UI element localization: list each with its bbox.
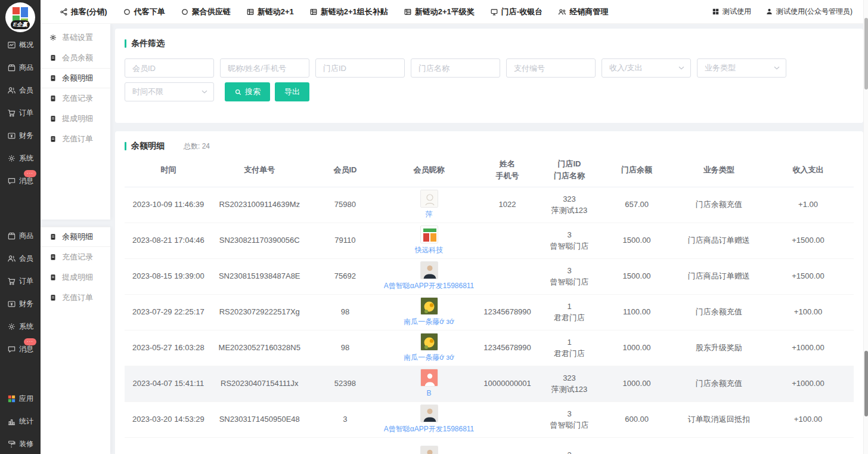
sidebar-item-apps[interactable]: 应用: [0, 387, 41, 410]
sidebar-item-label: 订单: [19, 108, 33, 118]
select-placeholder: 时间不限: [132, 87, 163, 97]
store-id-input[interactable]: [315, 58, 405, 78]
sidebar-item-member[interactable]: 会员: [0, 79, 41, 101]
sidebar-item-decorate[interactable]: 装修: [0, 433, 41, 454]
submenu-item-basic-settings[interactable]: 基础设置: [41, 27, 110, 48]
nav-proxy-order[interactable]: 代客下单: [123, 7, 165, 17]
member-nickname-link[interactable]: A曾智聪αAPP开发15986811: [384, 280, 474, 291]
clipboard-icon: [49, 233, 57, 241]
sidebar-item-system[interactable]: 系统: [0, 315, 41, 338]
col-balance: 门店余额: [599, 154, 675, 187]
cell-phone: [475, 223, 540, 258]
table-row[interactable]: 2023-03-20 14:53:29 SN2303171450950E48 3…: [125, 402, 854, 437]
member-avatar: [420, 226, 438, 243]
member-nickname-link[interactable]: 南瓜一条藤ớ ɜớ: [404, 316, 454, 327]
nav-dealer-management[interactable]: 经销商管理: [558, 7, 608, 17]
cell-time: 2023-07-29 22:25:17: [125, 294, 212, 330]
table-row[interactable]: 2023-10-09 11:46:39 RS20231009114639Mz 7…: [125, 187, 854, 223]
nav-chain-2plus1[interactable]: 新链动2+1: [246, 7, 294, 17]
balance-table: 时间 支付单号 会员ID 会员昵称 姓名手机号 门店ID门店名称 门店余额 业务…: [125, 154, 854, 454]
search-button[interactable]: 搜索: [225, 82, 270, 101]
cell-balance: 1500.00: [599, 223, 675, 258]
time-range-select[interactable]: 时间不限: [125, 82, 214, 101]
table-row[interactable]: 2023-05-27 16:03:28 ME20230527160328N5 9…: [125, 330, 854, 366]
clipboard-icon: [49, 74, 57, 82]
nickname-input[interactable]: [220, 58, 309, 78]
sidebar-item-stats[interactable]: 统计: [0, 410, 41, 433]
submenu-label: 充值订单: [62, 292, 93, 303]
nav-chain-leader-subsidy[interactable]: 新链动2+1组长补贴: [309, 7, 388, 17]
member-avatar: [420, 190, 438, 208]
chevron-down-icon: [774, 66, 780, 70]
nav-store-cashier[interactable]: 门店-收银台: [490, 7, 542, 17]
sidebar-item-member[interactable]: 会员: [0, 247, 41, 270]
submenu-label: 充值记录: [62, 93, 93, 104]
sidebar-item-label: 财务: [19, 299, 33, 309]
nav-supply-chain[interactable]: 聚合供应链: [181, 7, 231, 17]
sidebar-item-goods[interactable]: 商品: [0, 224, 41, 247]
nav-promoter[interactable]: 推客(分销): [60, 7, 107, 17]
cell-phone: [475, 258, 540, 294]
export-button[interactable]: 导出: [275, 82, 309, 101]
submenu-item-recharge-orders[interactable]: 充值订单: [41, 129, 110, 149]
user-menu[interactable]: 测试使用(公众号管理员): [765, 7, 852, 17]
table-row-partial[interactable]: 3: [125, 437, 854, 454]
scrollbar-thumb[interactable]: [864, 18, 868, 89]
sidebar-item-goods[interactable]: 商品: [0, 56, 41, 79]
cell-balance: 1500.00: [599, 258, 675, 294]
cell-pay-no: SN2308151938487A8E: [212, 258, 307, 294]
sidebar-item-label: 装修: [19, 439, 33, 449]
sidebar-item-overview[interactable]: 概况: [0, 33, 41, 56]
clipboard-icon: [49, 94, 57, 103]
table-row[interactable]: 2023-07-29 22:25:17 RS20230729222517Xg 9…: [125, 294, 854, 330]
submenu-item-recharge-records[interactable]: 充值记录: [41, 247, 110, 267]
submenu-item-member-balance[interactable]: 会员余额: [41, 48, 110, 68]
submenu-item-commission-detail[interactable]: 提成明细: [41, 267, 110, 288]
finance-icon: [7, 299, 16, 308]
member-nickname-link[interactable]: 快远科技: [415, 245, 444, 255]
store-name-input[interactable]: [411, 58, 500, 78]
member-nickname-link[interactable]: 萍: [426, 209, 433, 220]
table-row-highlighted[interactable]: 2023-04-07 15:41:11 RS20230407154111Jx 5…: [125, 366, 854, 402]
submenu-item-balance-detail[interactable]: 余额明细: [41, 227, 110, 247]
table-row[interactable]: 2023-08-21 17:04:46 SN230821170390056C 7…: [125, 223, 854, 258]
cell-store: 323萍测试123: [540, 366, 599, 402]
paint-roller-icon: [7, 440, 16, 449]
cell-pay-no: SN230821170390056C: [212, 223, 307, 258]
sidebar-item-system[interactable]: 系统: [0, 147, 41, 169]
sidebar-item-message[interactable]: 消息···: [0, 338, 41, 360]
sidebar-item-order[interactable]: 订单: [0, 270, 41, 292]
cell-biz-type: 门店商品订单赠送: [675, 258, 762, 294]
sidebar-item-finance[interactable]: 财务: [0, 124, 41, 147]
submenu-item-balance-detail[interactable]: 余额明细: [41, 68, 110, 88]
member-id-input[interactable]: [125, 58, 214, 78]
submenu-item-commission-detail[interactable]: 提成明细: [41, 109, 110, 129]
table-row[interactable]: 2023-08-15 19:39:00 SN2308151938487A8E 7…: [125, 258, 854, 294]
sidebar-item-finance[interactable]: 财务: [0, 292, 41, 315]
workspace-switcher[interactable]: 测试使用: [712, 7, 751, 17]
app-logo[interactable]: E企赢: [5, 2, 35, 32]
cell-member-id: [307, 437, 383, 454]
member-nickname-link[interactable]: 南瓜一条藤ớ ɜớ: [404, 352, 454, 363]
cell-store: 323萍测试123: [540, 187, 599, 223]
member-nickname-link[interactable]: B: [427, 388, 432, 399]
overview-icon: [7, 41, 16, 50]
filter-row-2: 时间不限 搜索 导出: [125, 82, 854, 101]
scrollbar-thumb[interactable]: [864, 351, 868, 416]
inout-select[interactable]: 收入/支出: [602, 58, 691, 78]
sidebar-item-message[interactable]: 消息···: [0, 169, 41, 192]
biz-type-select[interactable]: 业务类型: [697, 58, 786, 78]
clipboard-icon: [49, 54, 57, 62]
message-badge: ···: [24, 170, 36, 177]
sidebar-item-label: 概况: [19, 40, 33, 50]
cell-biz-type: 股东升级奖励: [675, 330, 762, 366]
pay-no-input[interactable]: [506, 58, 596, 78]
submenu-item-recharge-records[interactable]: 充值记录: [41, 88, 110, 109]
nav-chain-level-award[interactable]: 新链动2+1平级奖: [404, 7, 475, 17]
submenu-item-recharge-orders[interactable]: 充值订单: [41, 288, 110, 308]
member-nickname-link[interactable]: A曾智聪αAPP开发15986811: [384, 424, 474, 434]
cell-nickname: 南瓜一条藤ớ ɜớ: [383, 330, 475, 366]
sidebar-item-order[interactable]: 订单: [0, 101, 41, 124]
cell-store: 1君君门店: [540, 330, 599, 366]
select-placeholder: 收入/支出: [609, 63, 643, 73]
